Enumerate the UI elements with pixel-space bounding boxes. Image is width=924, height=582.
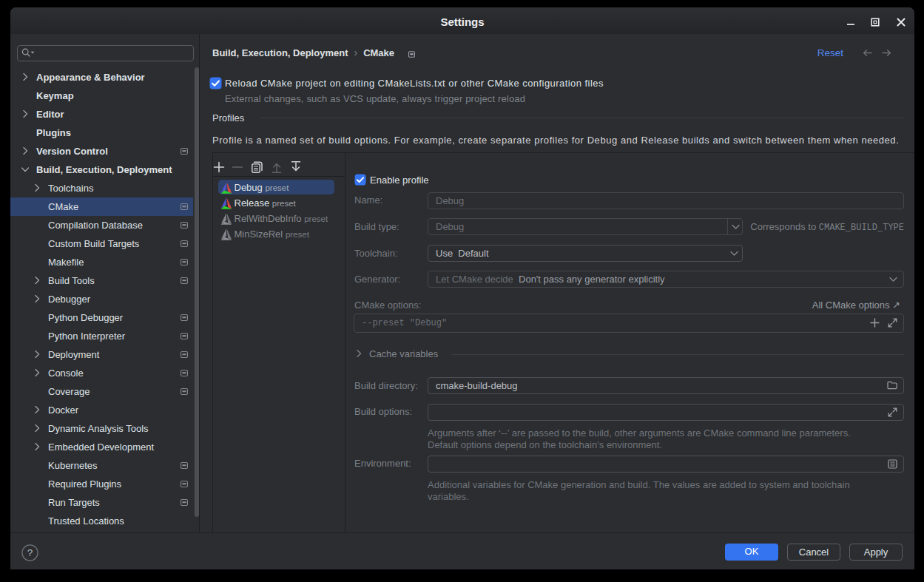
svg-text:?: ? [27, 547, 33, 558]
